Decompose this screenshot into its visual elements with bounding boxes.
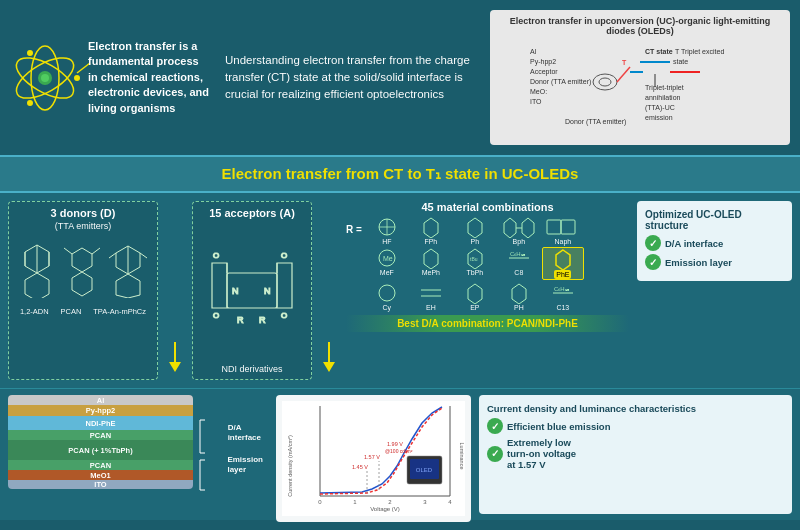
right-info-box-bottom: Current density and luminance characteri… [479, 395, 792, 514]
meo-label: MeO1 [90, 471, 110, 480]
c8-svg: C₆H₁₃ [504, 247, 534, 269]
tbph-label: TbPh [466, 269, 483, 276]
donors-labels: 1,2-ADN PCAN TPA-An-mPhCz [14, 307, 152, 316]
voltage-value-text: at 1.57 V [507, 459, 576, 470]
svg-marker-64 [323, 362, 335, 372]
down-arrow-icon [167, 342, 183, 372]
svg-marker-77 [424, 249, 438, 269]
ito-layer: ITO [8, 480, 193, 489]
emission-layer-text: Emission layer [665, 257, 732, 268]
phe-svg [548, 248, 578, 270]
ph-label: Ph [471, 238, 480, 245]
svg-rect-73 [547, 220, 561, 234]
c8-label: C8 [514, 269, 523, 276]
svg-text:Luminance: Luminance [459, 443, 465, 470]
fph-svg [416, 216, 446, 238]
svg-marker-37 [72, 248, 92, 272]
cy-label: Cy [383, 304, 392, 311]
svg-marker-38 [72, 272, 92, 296]
mol-tbph: tBu TbPh [454, 247, 496, 280]
pcan-label2: PCAN [90, 461, 111, 470]
meo-layer: MeO1 [8, 470, 193, 480]
svg-line-45 [109, 253, 116, 258]
fph-label: FPh [424, 238, 437, 245]
mef-svg: Me [372, 247, 402, 269]
mol-c8: C₆H₁₃ C8 [498, 247, 540, 280]
bottom-section: Al Py-hpp2 NDI-PhE PCAN PCAN (+ 1%TbPh) … [0, 388, 800, 520]
optimized-title: Optimized UC-OLED structure [645, 209, 784, 231]
svg-text:state: state [673, 58, 688, 65]
ph2-label: PH [514, 304, 524, 311]
svg-marker-86 [468, 284, 482, 304]
svg-marker-49 [212, 263, 227, 308]
svg-text:1.99 V: 1.99 V [387, 441, 403, 447]
combinations-title: 45 material combinations [346, 201, 629, 213]
svg-point-6 [27, 50, 33, 56]
right-info-box: Optimized UC-OLED structure ✓ D/A interf… [637, 201, 792, 380]
svg-marker-43 [116, 274, 140, 298]
svg-text:OLED: OLED [416, 467, 433, 473]
ndi-phe-label: NDI-PhE [86, 419, 116, 428]
svg-line-39 [92, 248, 100, 254]
svg-text:(TTA)-UC: (TTA)-UC [645, 104, 675, 112]
svg-text:MeO:: MeO: [530, 88, 547, 95]
svg-text:1.57 V: 1.57 V [364, 454, 380, 460]
chart-area: Current density (mA/cm²) Luminance Volta… [276, 395, 471, 522]
pcan-label: PCAN [61, 307, 82, 316]
pcan-layer1: PCAN [8, 430, 193, 440]
mol-fph: FPh [410, 216, 452, 245]
bph-label: Bph [513, 238, 525, 245]
mol-ph2: PH [498, 282, 540, 311]
ito-label: ITO [94, 480, 106, 489]
tpa-molecule [109, 243, 147, 298]
svg-point-7 [27, 100, 33, 106]
check-circle-3: ✓ [487, 418, 503, 434]
svg-line-40 [64, 248, 72, 254]
svg-text:C₆H₁₃: C₆H₁₃ [510, 251, 526, 257]
donors-molecules [14, 235, 152, 305]
check-blue-emission: ✓ Efficient blue emission [487, 418, 784, 434]
turn-on-text: turn-on voltage [507, 448, 576, 459]
adn-label: 1,2-ADN [20, 307, 49, 316]
mol-hf: HF [366, 216, 408, 245]
mol-naph: Naph [542, 216, 584, 245]
tpa-label: TPA-An-mPhCz [93, 307, 146, 316]
py-label: Py-hpp2 [86, 406, 116, 415]
pcan-tb-layer: PCAN (+ 1%TbPh) [8, 440, 193, 460]
r-equals-label: R = [346, 224, 362, 235]
mef-label: MeF [380, 269, 394, 276]
tbph-svg: tBu [460, 247, 490, 269]
check-circle-2: ✓ [645, 254, 661, 270]
svg-text:O: O [213, 311, 219, 320]
svg-text:Acceptor: Acceptor [530, 68, 558, 76]
mol-ph: Ph [454, 216, 496, 245]
molecules-grid: HF FPh Ph Bph [366, 216, 626, 311]
mol-bph: Bph [498, 216, 540, 245]
naph-label: Naph [554, 238, 571, 245]
ndi-label: NDI derivatives [221, 364, 282, 374]
chart-wrapper: Current density (mA/cm²) Luminance Volta… [276, 395, 471, 514]
svg-text:CT state: CT state [645, 48, 673, 55]
r-group-area: R = HF FPh Ph [346, 216, 629, 311]
top-left-description: Electron transfer is a fundamental proce… [88, 39, 210, 116]
c13-label: C13 [556, 304, 569, 311]
phe-label: PhE [554, 270, 571, 279]
combinations-box: 45 material combinations R = HF FPh Ph [346, 201, 629, 380]
oled-svg: Al Py-hpp2 Acceptor Donor (TTA emitter) … [525, 42, 755, 142]
mol-mef: Me MeF [366, 247, 408, 280]
naph-svg [545, 216, 581, 238]
svg-marker-87 [512, 284, 526, 304]
bph-svg [501, 216, 537, 238]
svg-point-4 [41, 74, 49, 82]
svg-text:C₆H₁₃: C₆H₁₃ [554, 286, 570, 292]
top-middle-panel: Understanding electron transfer from the… [220, 10, 480, 145]
mol-c13: C₆H₁₃ C13 [542, 282, 584, 311]
ep-label: EP [470, 304, 479, 311]
down-arrow2-icon [321, 342, 337, 372]
svg-text:ITO: ITO [530, 98, 542, 105]
svg-marker-70 [504, 218, 516, 238]
svg-marker-68 [424, 218, 438, 238]
svg-text:@100 cd/m²: @100 cd/m² [385, 448, 413, 454]
svg-point-83 [379, 285, 395, 301]
mol-eh: EH [410, 282, 452, 311]
